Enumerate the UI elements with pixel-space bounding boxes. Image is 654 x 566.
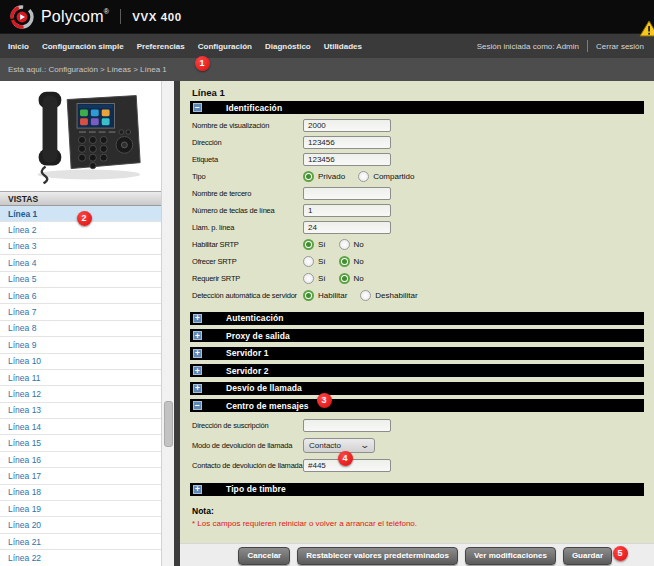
collapse-icon[interactable]: − — [193, 103, 202, 112]
radio-label: Sí — [318, 240, 326, 249]
radio-option-si: Sí — [303, 273, 326, 284]
radio-label: No — [354, 240, 364, 249]
guardar-button[interactable]: Guardar — [563, 547, 612, 565]
collapse-icon[interactable]: − — [193, 401, 202, 410]
sidebar-item-linea-5[interactable]: Línea 5 — [0, 272, 162, 288]
product-model: VVX 400 — [132, 11, 182, 23]
text-input-nombre-de-tercero[interactable] — [303, 187, 391, 200]
warning-icon[interactable] — [639, 20, 654, 37]
sidebar-item-linea-20[interactable]: Línea 20 — [0, 517, 162, 533]
text-input-direccion[interactable]: 123456 — [303, 136, 391, 149]
field-row-numero-de-teclas-de-linea: Número de teclas de línea1 — [192, 202, 644, 219]
nav-item-configuracion[interactable]: Configuración — [198, 42, 252, 51]
expand-icon[interactable]: + — [193, 331, 202, 340]
radio-compartido[interactable] — [358, 171, 369, 182]
radio-no-selected[interactable] — [339, 273, 350, 284]
note-text: * Los campos requieren reiniciar o volve… — [192, 519, 644, 528]
radio-option-privado: Privado — [303, 171, 345, 182]
session-divider — [587, 40, 588, 52]
sidebar-scrollbar-thumb[interactable] — [164, 401, 173, 447]
sidebar-item-linea-4[interactable]: Línea 4 — [0, 255, 162, 271]
section-header-servidor-1[interactable]: +Servidor 1 — [190, 347, 644, 360]
section-header-centro-de-mensajes[interactable]: −Centro de mensajes — [190, 399, 644, 412]
sidebar-item-linea-9[interactable]: Línea 9 — [0, 337, 162, 353]
sidebar-item-linea-15[interactable]: Línea 15 — [0, 435, 162, 451]
ver-modificaciones-button[interactable]: Ver modificaciones — [465, 547, 556, 565]
radio-label: No — [354, 257, 364, 266]
note-title: Nota: — [192, 506, 644, 516]
nav-item-inicio[interactable]: Inicio — [8, 42, 29, 51]
sidebar-item-linea-18[interactable]: Línea 18 — [0, 485, 162, 501]
nav-item-utilidades[interactable]: Utilidades — [324, 42, 362, 51]
field-row-nombre-de-tercero: Nombre de tercero — [192, 185, 644, 202]
field-label: Llam. p. línea — [192, 223, 303, 232]
text-input-etiqueta[interactable]: 123456 — [303, 153, 391, 166]
field-row-direccion-de-suscripcion: Dirección de suscripción — [192, 415, 644, 435]
restablecer-valores-predeterminados-button[interactable]: Restablecer valores predeterminados — [297, 547, 458, 565]
text-input-nombre-de-visualizacion[interactable]: 2000 — [303, 119, 391, 132]
section-header-proxy-de-salida[interactable]: +Proxy de salida — [190, 329, 644, 342]
text-input-numero-de-teclas-de-linea[interactable]: 1 — [303, 204, 391, 217]
sidebar-item-linea-8[interactable]: Línea 8 — [0, 321, 162, 337]
section-header-identificacion[interactable]: −Identificación — [190, 101, 644, 114]
sidebar-item-linea-17[interactable]: Línea 17 — [0, 468, 162, 484]
text-input-contacto-de-devolucion-de-llamada[interactable]: #445 — [303, 459, 391, 472]
radio-si-selected[interactable] — [303, 239, 314, 250]
sidebar-item-linea-3[interactable]: Línea 3 — [0, 239, 162, 255]
radio-si[interactable] — [303, 273, 314, 284]
radio-label: Habilitar — [318, 291, 347, 300]
section-title: Desvío de llamada — [226, 383, 302, 393]
field-row-nombre-de-visualizacion: Nombre de visualización2000 — [192, 117, 644, 134]
expand-icon[interactable]: + — [193, 366, 202, 375]
nav-item-preferencias[interactable]: Preferencias — [137, 42, 185, 51]
expand-icon[interactable]: + — [193, 485, 202, 494]
sidebar-item-linea-13[interactable]: Línea 13 — [0, 403, 162, 419]
sidebar-item-linea-19[interactable]: Línea 19 — [0, 501, 162, 517]
radio-option-si: Sí — [303, 256, 326, 267]
radio-privado-selected[interactable] — [303, 171, 314, 182]
vistas-header: VISTAS — [0, 191, 162, 206]
polycom-web-config-page: { "header": { "brand": "Polycom", "model… — [0, 0, 654, 566]
expand-icon[interactable]: + — [193, 314, 202, 323]
sidebar-item-linea-12[interactable]: Línea 12 — [0, 386, 162, 402]
radio-no-selected[interactable] — [339, 256, 350, 267]
radio-habilitar-selected[interactable] — [303, 290, 314, 301]
field-label: Modo de devolución de llamada — [192, 441, 303, 450]
sidebar-item-linea-14[interactable]: Línea 14 — [0, 419, 162, 435]
text-input-llam-p-linea[interactable]: 24 — [303, 221, 391, 234]
radio-si[interactable] — [303, 256, 314, 267]
section-header-autenticacion[interactable]: +Autenticación — [190, 312, 644, 325]
breadcrumb: Está aquí.: Configuración > Líneas > Lín… — [0, 58, 654, 81]
sidebar-item-linea-11[interactable]: Línea 11 — [0, 370, 162, 386]
cancelar-button[interactable]: Cancelar — [238, 547, 290, 565]
section-title: Autenticación — [226, 313, 284, 323]
field-row-etiqueta: Etiqueta123456 — [192, 151, 644, 168]
radio-option-compartido: Compartido — [358, 171, 414, 182]
sidebar-item-linea-10[interactable]: Línea 10 — [0, 354, 162, 370]
sidebar-item-linea-6[interactable]: Línea 6 — [0, 288, 162, 304]
text-input-direccion-de-suscripcion[interactable] — [303, 419, 391, 432]
main-panel: Línea 1 −IdentificaciónNombre de visuali… — [180, 81, 654, 566]
section-header-servidor-2[interactable]: +Servidor 2 — [190, 364, 644, 377]
nav-item-diagnostico[interactable]: Diagnóstico — [265, 42, 311, 51]
field-row-tipo: TipoPrivadoCompartido — [192, 168, 644, 185]
logout-link[interactable]: Cerrar sesión — [596, 42, 644, 51]
radio-no[interactable] — [339, 239, 350, 250]
field-row-modo-de-devolucion-de-llamada: Modo de devolución de llamadaContacto⌄ — [192, 435, 644, 455]
expand-icon[interactable]: + — [193, 384, 202, 393]
section-header-tipo-de-timbre[interactable]: +Tipo de timbre — [190, 483, 644, 496]
app-header: Polycom® VVX 400 — [0, 0, 654, 33]
radio-option-no: No — [339, 273, 364, 284]
nav-item-configuracion-simple[interactable]: Configuración simple — [42, 42, 124, 51]
radio-deshabilitar[interactable] — [360, 290, 371, 301]
sidebar-item-linea-7[interactable]: Línea 7 — [0, 304, 162, 320]
section-header-desvio-de-llamada[interactable]: +Desvío de llamada — [190, 382, 644, 395]
sidebar-item-linea-2[interactable]: Línea 2 — [0, 222, 162, 238]
sidebar-scrollbar[interactable] — [161, 81, 174, 566]
sidebar-item-linea-16[interactable]: Línea 16 — [0, 452, 162, 468]
sidebar-item-linea-1[interactable]: Línea 1 — [0, 206, 162, 222]
sidebar-item-linea-21[interactable]: Línea 21 — [0, 534, 162, 550]
expand-icon[interactable]: + — [193, 349, 202, 358]
sidebar-item-linea-22[interactable]: Línea 22 — [0, 550, 162, 566]
select-modo-de-devolucion-de-llamada[interactable]: Contacto⌄ — [303, 438, 375, 453]
